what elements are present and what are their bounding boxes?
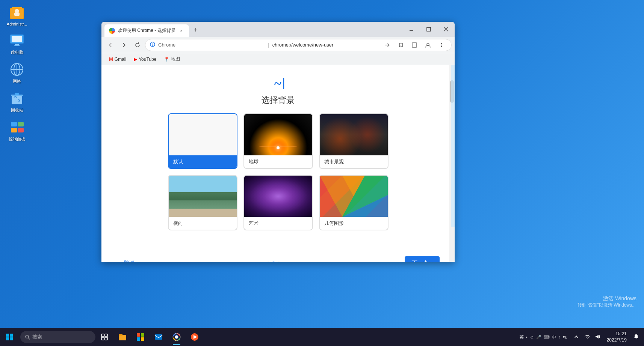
bookmark-maps[interactable]: 📍 地图	[161, 54, 183, 64]
svg-rect-14	[15, 93, 19, 95]
youtube-label: YouTube	[139, 57, 156, 62]
svg-rect-17	[11, 128, 17, 132]
dot-2	[272, 262, 275, 262]
svg-rect-53	[155, 334, 162, 340]
chevron-up-icon	[574, 334, 579, 340]
scroll-accent	[451, 65, 455, 227]
bg-preview-city	[320, 114, 388, 155]
clock-time: 15:21	[607, 331, 627, 337]
volume-icon[interactable]	[593, 334, 602, 340]
svg-rect-49	[137, 333, 140, 337]
window-close-button[interactable]	[437, 22, 455, 37]
forward-button[interactable]	[118, 39, 130, 51]
bg-preview-default	[169, 114, 237, 155]
svg-rect-52	[141, 337, 144, 341]
taskbar-extra[interactable]	[186, 328, 204, 346]
svg-rect-1	[12, 7, 22, 8]
keyboard-icon: ⌨	[544, 335, 550, 340]
network-status-icon[interactable]	[583, 334, 592, 340]
chrome-logo: ~	[267, 73, 289, 92]
desktop-icon-admin[interactable]: Administr...	[4, 4, 30, 28]
bookmark-button[interactable]	[396, 40, 406, 50]
desktop-icon-recycle[interactable]: 回收站	[4, 89, 30, 114]
taskbar-right-area: 英 • ☺ 🎤 ⌨ 中 ↑ 🛍	[520, 331, 644, 343]
svg-rect-45	[101, 337, 104, 340]
address-bar[interactable]: ℹ Chrome | chrome://welcome/new-user	[145, 39, 452, 51]
taskbar-chrome[interactable]	[168, 328, 186, 346]
back-button[interactable]	[104, 39, 116, 51]
window-minimize-button[interactable]	[403, 22, 420, 37]
new-tab-button[interactable]: +	[190, 25, 201, 35]
taskbar-clock[interactable]: 15:21 2022/7/19	[604, 331, 630, 343]
svg-rect-46	[105, 337, 107, 340]
refresh-button[interactable]	[132, 39, 144, 51]
share-button[interactable]	[382, 40, 393, 50]
dot-1	[267, 262, 270, 262]
bg-card-earth[interactable]: 地球	[243, 113, 313, 169]
tab-title: 欢迎使用 Chrome - 选择背景	[118, 27, 175, 34]
taskbar: 搜索	[0, 328, 644, 346]
svg-point-28	[441, 44, 442, 45]
desktop-icon-control[interactable]: 控制面板	[4, 118, 30, 143]
bg-card-city[interactable]: 城市景观	[319, 113, 389, 169]
taskbar-store[interactable]	[132, 328, 150, 346]
svg-marker-59	[596, 335, 599, 338]
svg-rect-25	[412, 43, 417, 47]
admin-icon-label: Administr...	[7, 22, 27, 26]
skip-button[interactable]: 跳过	[116, 257, 142, 262]
taskbar-search-box[interactable]: 搜索	[20, 331, 95, 343]
chrome-tab-active[interactable]: 欢迎使用 Chrome - 选择背景 ×	[104, 24, 189, 37]
bg-card-galaxy[interactable]: 艺术	[243, 175, 313, 230]
desktop-icon-network[interactable]: 网络	[4, 60, 30, 86]
menu-button[interactable]	[436, 40, 447, 50]
chrome-tabbar: 欢迎使用 Chrome - 选择背景 × +	[101, 22, 455, 37]
svg-rect-50	[141, 333, 144, 337]
taskbar-mail[interactable]	[150, 328, 168, 346]
taskbar-file-explorer[interactable]	[113, 328, 132, 346]
bookmark-gmail[interactable]: M Gmail	[106, 55, 129, 63]
bg-card-default[interactable]: 默认	[168, 113, 237, 169]
svg-point-29	[441, 46, 442, 47]
maps-label: 地图	[171, 56, 180, 62]
system-tray[interactable]	[571, 334, 581, 340]
page-bottom-bar: 跳过 下一步 ›	[101, 253, 455, 262]
tab-close-button[interactable]: ×	[178, 28, 184, 34]
control-icon-label: 控制面板	[9, 136, 25, 142]
search-placeholder: 搜索	[32, 334, 42, 340]
svg-rect-51	[137, 337, 140, 341]
svg-rect-6	[15, 44, 19, 45]
bg-card-geometric[interactable]: 几何图形	[319, 175, 389, 230]
chrome-toolbar: ℹ Chrome | chrome://welcome/new-user	[101, 37, 455, 53]
desktop-icons: Administr... 此电脑	[4, 4, 30, 143]
desktop-icon-computer[interactable]: 此电脑	[4, 32, 30, 57]
svg-rect-20	[427, 27, 431, 31]
svg-rect-40	[10, 337, 13, 340]
bg-preview-geometric	[320, 176, 388, 217]
svg-text:ℹ: ℹ	[152, 43, 154, 47]
svg-rect-43	[101, 334, 104, 337]
page-content: ~ 选择背景 默认	[101, 65, 455, 262]
bg-preview-galaxy	[244, 176, 312, 217]
next-button[interactable]: 下一步 ›	[405, 256, 440, 262]
mic-icon: 🎤	[536, 335, 541, 340]
svg-rect-38	[10, 334, 13, 337]
notification-button[interactable]	[631, 334, 641, 340]
computer-icon	[9, 33, 24, 48]
share-taskbar-icon: ↑	[558, 335, 561, 339]
gmail-icon: M	[109, 56, 113, 62]
task-view-button[interactable]	[95, 328, 113, 346]
bookmark-youtube[interactable]: ▶ YouTube	[131, 55, 159, 63]
tab-button[interactable]	[409, 40, 420, 50]
window-maximize-button[interactable]	[420, 22, 437, 37]
svg-rect-39	[6, 337, 9, 340]
start-button[interactable]	[0, 328, 19, 346]
bg-card-landscape[interactable]: 横向	[168, 175, 237, 230]
speaker-icon	[595, 334, 601, 339]
svg-rect-13	[11, 95, 23, 96]
url-separator: |	[268, 42, 269, 48]
profile-button[interactable]	[423, 40, 433, 50]
svg-line-42	[28, 338, 30, 339]
bg-label-galaxy: 艺术	[244, 217, 312, 230]
bell-icon	[633, 334, 639, 339]
page-title: 选择背景	[262, 95, 295, 106]
